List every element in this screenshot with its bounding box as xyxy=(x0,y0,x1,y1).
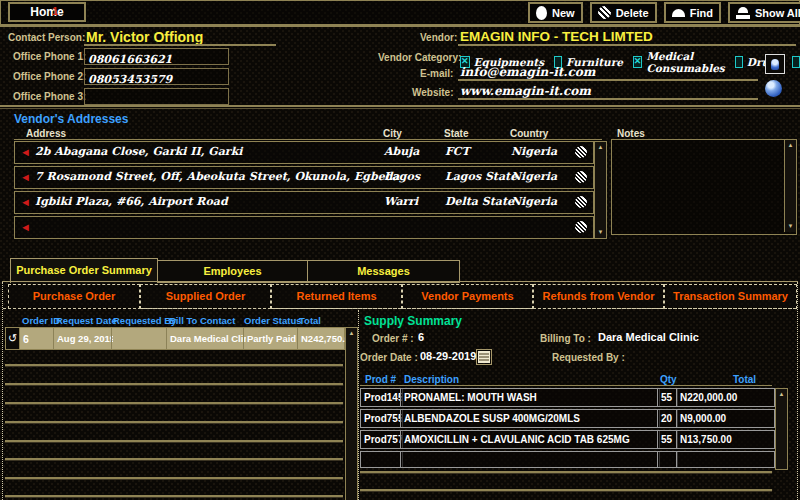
scroll-down-icon[interactable]: ▼ xyxy=(595,228,606,237)
product-total-cell-empty[interactable] xyxy=(676,451,775,468)
supply-summary-title: Supply Summary xyxy=(364,314,462,328)
scroll-up-icon[interactable]: ▲ xyxy=(785,141,796,150)
city-cell: Abuja xyxy=(384,145,419,158)
order-no-label: Order # : xyxy=(372,333,414,344)
product-qty-cell-empty[interactable] xyxy=(657,451,678,468)
product-total-cell[interactable]: N9,000.00 xyxy=(676,409,775,428)
empty-order-row-line xyxy=(5,402,343,404)
products-header-prod: Prod # xyxy=(365,374,396,385)
show-all-button-label: Show All xyxy=(755,7,800,19)
orders-header-order-id: Order ID xyxy=(22,315,60,326)
vendor-app-window: Home 1 New Delete Find Show All Print Co… xyxy=(0,0,800,500)
email-value[interactable]: info@emagin-it.com xyxy=(460,65,596,79)
checkbox-non-medical-consumables[interactable] xyxy=(792,56,800,68)
scroll-up-icon[interactable]: ▲ xyxy=(346,329,357,338)
scroll-up-icon[interactable]: ▲ xyxy=(776,390,787,399)
products-header-divider xyxy=(360,385,772,386)
products-header-description: Description xyxy=(404,374,459,385)
tab-employees[interactable]: Employees xyxy=(157,260,308,283)
product-desc-cell[interactable]: AMOXICILLIN + CLAVULANIC ACID TAB 625MG xyxy=(400,430,660,449)
address-row-empty[interactable]: ◄ xyxy=(14,216,594,239)
home-button[interactable]: Home xyxy=(8,2,86,22)
product-total-cell[interactable]: N13,750.00 xyxy=(676,430,775,449)
product-prod-cell[interactable]: Prod145 xyxy=(360,388,403,407)
order-record-selector[interactable]: ↺ xyxy=(5,327,20,350)
office-phone1-field[interactable]: 08061663621 xyxy=(84,48,229,65)
product-total-cell[interactable]: N220,000.00 xyxy=(676,388,775,407)
bill-to-cell: Dara Medical Clinic xyxy=(166,328,246,349)
row-selector-icon: ◄ xyxy=(20,172,31,183)
subtab-refunds-from-vendor[interactable]: Refunds from Vendor xyxy=(533,284,664,309)
subtab-supplied-order[interactable]: Supplied Order xyxy=(140,284,271,309)
product-prod-cell[interactable]: Prod7575 xyxy=(360,430,403,449)
website-globe-icon[interactable] xyxy=(765,80,782,97)
state-cell: Lagos State xyxy=(445,170,517,183)
country-cell: Nigeria xyxy=(511,145,557,158)
notes-scrollbar[interactable]: ▲ ▼ xyxy=(784,140,796,232)
product-desc-cell-empty[interactable] xyxy=(400,451,660,468)
product-qty-cell[interactable]: 20 xyxy=(657,409,678,428)
empty-order-row-line xyxy=(5,364,343,366)
notes-field[interactable]: ▲ ▼ xyxy=(611,139,797,235)
address-row[interactable]: ◄ 2b Abagana Close, Garki II, Garki Abuj… xyxy=(14,141,594,164)
product-desc-cell[interactable]: ALBENDAZOLE SUSP 400MG/20MLS xyxy=(400,409,660,428)
subtab-purchase-order[interactable]: Purchase Order xyxy=(8,284,140,309)
order-date-value[interactable]: 08-29-2019 xyxy=(420,350,476,362)
order-date-calendar-button[interactable] xyxy=(476,349,492,365)
tab-messages[interactable]: Messages xyxy=(307,260,460,283)
office-phone2-field[interactable]: 08053453579 xyxy=(84,68,229,85)
product-prod-cell-empty[interactable] xyxy=(360,451,403,468)
delete-address-icon[interactable] xyxy=(575,196,587,208)
email-contact-icon xyxy=(771,59,779,70)
products-header-qty: Qty xyxy=(660,374,677,385)
address-cell: 2b Abagana Close, Garki II, Garki xyxy=(35,145,242,158)
delete-address-icon[interactable] xyxy=(575,171,587,183)
address-row[interactable]: ◄ Igbiki Plaza, #66, Airport Road Warri … xyxy=(14,191,594,214)
office-phone3-field[interactable] xyxy=(84,88,229,105)
vendor-underline xyxy=(458,44,796,46)
find-button[interactable]: Find xyxy=(664,2,721,23)
tab-purchase-order-summary[interactable]: Purchase Order Summary xyxy=(10,258,158,283)
orders-scrollbar[interactable]: ▲ xyxy=(345,327,358,500)
country-cell: Nigeria xyxy=(511,170,557,183)
panel-separator xyxy=(358,310,359,500)
product-qty-cell[interactable]: 55 xyxy=(657,388,678,407)
product-desc-cell[interactable]: PRONAMEL: MOUTH WASH xyxy=(400,388,660,407)
addresses-header-city: City xyxy=(383,128,402,139)
delete-address-icon[interactable] xyxy=(575,221,587,233)
subtab-returned-items[interactable]: Returned Items xyxy=(271,284,402,309)
order-row-selected[interactable]: 6 Aug 29, 2019 Dara Medical Clinic Partl… xyxy=(19,327,345,350)
office-phone2-value: 08053453579 xyxy=(88,73,172,86)
scroll-up-icon[interactable]: ▲ xyxy=(595,143,606,152)
delete-button[interactable]: Delete xyxy=(590,2,657,23)
find-icon xyxy=(672,9,685,17)
requested-by-label: Requested By : xyxy=(552,352,625,363)
products-scrollbar[interactable]: ▲ xyxy=(775,388,788,470)
contact-person-value[interactable]: Mr. Victor Offiong xyxy=(86,29,203,45)
website-underline xyxy=(458,98,758,100)
product-prod-cell[interactable]: Prod7554 xyxy=(360,409,403,428)
row-selector-icon: ◄ xyxy=(20,222,31,233)
subtab-label: Purchase Order xyxy=(33,290,116,302)
checkbox-medical-consumables[interactable]: ✕ xyxy=(633,56,643,68)
subtab-vendor-payments[interactable]: Vendor Payments xyxy=(402,284,533,309)
send-email-button[interactable] xyxy=(765,54,785,74)
order-no-value: 6 xyxy=(418,331,424,343)
tab-label: Purchase Order Summary xyxy=(16,264,152,276)
show-all-button[interactable]: Show All xyxy=(728,2,800,23)
subtab-transaction-summary[interactable]: Transaction Summary xyxy=(664,284,797,309)
product-qty-cell[interactable]: 55 xyxy=(657,430,678,449)
empty-order-row-line xyxy=(5,383,343,385)
subtab-label: Transaction Summary xyxy=(673,290,788,302)
vendor-label: Vendor: xyxy=(420,32,457,43)
new-button[interactable]: New xyxy=(528,2,583,23)
address-row[interactable]: ◄ 7 Rosamond Street, Off, Abeokuta Stree… xyxy=(14,166,594,189)
delete-address-icon[interactable] xyxy=(575,146,587,158)
website-value[interactable]: www.emagin-it.com xyxy=(460,84,591,98)
calendar-icon xyxy=(478,351,490,363)
country-cell: Nigeria xyxy=(511,195,557,208)
checkbox-drugs[interactable] xyxy=(735,56,743,68)
vendor-name-value[interactable]: EMAGIN INFO - TECH LIMTED xyxy=(460,29,653,44)
scroll-down-icon[interactable]: ▼ xyxy=(785,222,796,231)
addresses-scrollbar[interactable]: ▲ ▼ xyxy=(594,141,607,239)
